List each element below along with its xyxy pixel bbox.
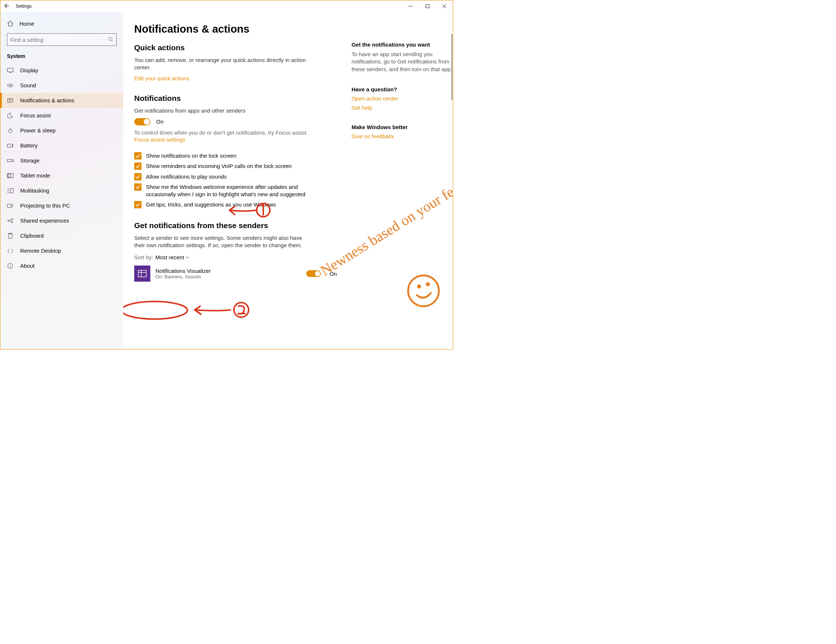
sidebar-item-label: Display bbox=[20, 67, 38, 74]
checkbox-tips[interactable] bbox=[134, 201, 142, 208]
give-feedback-link[interactable]: Give us feedback bbox=[352, 133, 453, 139]
sidebar-item-label: Projecting to this PC bbox=[20, 203, 70, 209]
sender-row[interactable]: Notifications Visualizer On: Banners, So… bbox=[134, 265, 337, 282]
notifications-icon bbox=[7, 98, 13, 103]
checkbox-label: Show reminders and incoming VoIP calls o… bbox=[146, 162, 292, 170]
svg-rect-13 bbox=[7, 144, 13, 147]
svg-rect-23 bbox=[7, 204, 11, 207]
home-nav[interactable]: Home bbox=[0, 16, 123, 31]
focus-assist-link[interactable]: Focus assist settings bbox=[134, 136, 185, 143]
tablet-icon bbox=[7, 173, 13, 178]
shared-icon bbox=[7, 218, 13, 223]
sidebar-item-label: Shared experiences bbox=[20, 217, 69, 224]
home-icon bbox=[7, 20, 13, 27]
home-label: Home bbox=[20, 21, 34, 27]
search-input[interactable] bbox=[7, 33, 117, 46]
get-help-link[interactable]: Get help bbox=[352, 105, 453, 111]
sidebar-item-label: Battery bbox=[20, 142, 38, 149]
checkbox-welcome[interactable] bbox=[134, 183, 142, 191]
checkbox-label: Show notifications on the lock screen bbox=[146, 152, 237, 160]
back-icon[interactable] bbox=[3, 3, 9, 10]
sidebar-item-label: Multitasking bbox=[20, 187, 49, 194]
sort-dropdown[interactable]: Most recent bbox=[155, 254, 189, 260]
projecting-icon bbox=[7, 203, 13, 208]
edit-quick-actions-link[interactable]: Edit your quick actions bbox=[134, 75, 189, 82]
moon-icon bbox=[7, 113, 13, 118]
sidebar: Home System Display Sound Notifications … bbox=[0, 12, 123, 349]
display-icon bbox=[7, 68, 13, 73]
svg-rect-8 bbox=[8, 99, 13, 102]
open-action-center-link[interactable]: Open action center bbox=[352, 95, 453, 101]
sidebar-item-battery[interactable]: Battery bbox=[0, 138, 123, 153]
svg-point-33 bbox=[10, 264, 11, 265]
svg-rect-22 bbox=[10, 188, 13, 193]
checkbox-sounds[interactable] bbox=[134, 173, 142, 180]
checkbox-reminders[interactable] bbox=[134, 162, 142, 170]
sidebar-item-label: Remote Desktop bbox=[20, 248, 61, 254]
power-icon bbox=[7, 127, 13, 134]
svg-rect-1 bbox=[426, 5, 429, 8]
battery-icon bbox=[7, 144, 13, 148]
sidebar-item-label: Sound bbox=[20, 82, 36, 88]
sidebar-item-power[interactable]: Power & sleep bbox=[0, 123, 123, 138]
chevron-down-icon bbox=[186, 257, 189, 258]
svg-rect-34 bbox=[138, 270, 146, 277]
right-want-heading: Get the notifications you want bbox=[352, 41, 453, 48]
checkbox-label: Allow notifications to play sounds bbox=[146, 173, 227, 180]
svg-rect-6 bbox=[7, 68, 13, 72]
svg-line-28 bbox=[9, 221, 11, 222]
sidebar-item-focus-assist[interactable]: Focus assist bbox=[0, 108, 123, 123]
maximize-button[interactable] bbox=[419, 0, 436, 12]
minimize-button[interactable] bbox=[402, 0, 419, 12]
checkbox-lock-screen[interactable] bbox=[134, 152, 142, 160]
sidebar-item-sound[interactable]: Sound bbox=[0, 78, 123, 93]
sidebar-item-storage[interactable]: Storage bbox=[0, 153, 123, 168]
sidebar-item-about[interactable]: About bbox=[0, 258, 123, 273]
quick-actions-desc: You can add, remove, or rearrange your q… bbox=[134, 57, 310, 72]
window-title: Settings bbox=[16, 4, 31, 9]
senders-desc: Select a sender to see more settings. So… bbox=[134, 234, 310, 249]
scrollbar-thumb[interactable] bbox=[451, 34, 452, 100]
sidebar-item-multitasking[interactable]: Multitasking bbox=[0, 183, 123, 198]
clipboard-icon bbox=[7, 233, 13, 239]
info-icon bbox=[7, 263, 13, 269]
sidebar-item-label: About bbox=[20, 263, 34, 269]
svg-point-4 bbox=[109, 37, 112, 40]
svg-point-24 bbox=[8, 220, 9, 222]
sidebar-item-shared[interactable]: Shared experiences bbox=[0, 213, 123, 228]
sidebar-item-tablet[interactable]: Tablet mode bbox=[0, 168, 123, 183]
sidebar-item-label: Storage bbox=[20, 157, 39, 163]
close-button[interactable] bbox=[436, 0, 453, 12]
sidebar-item-projecting[interactable]: Projecting to this PC bbox=[0, 198, 123, 213]
sidebar-item-label: Clipboard bbox=[20, 232, 44, 239]
notifications-toggle[interactable] bbox=[134, 118, 150, 126]
checkbox-label: Show me the Windows welcome experience a… bbox=[146, 183, 315, 198]
checkbox-label: Get tips, tricks, and suggestions as you… bbox=[146, 201, 276, 208]
storage-icon bbox=[7, 159, 13, 163]
svg-line-27 bbox=[9, 220, 11, 221]
svg-point-16 bbox=[12, 160, 13, 161]
sidebar-item-notifications[interactable]: Notifications & actions bbox=[0, 93, 123, 108]
notifications-heading: Notifications bbox=[134, 94, 337, 103]
multitasking-icon bbox=[7, 188, 13, 193]
sidebar-item-remote[interactable]: Remote Desktop bbox=[0, 243, 123, 258]
sender-toggle[interactable] bbox=[306, 270, 321, 277]
sender-name: Notifications Visualizer bbox=[155, 268, 301, 274]
sound-icon bbox=[7, 83, 13, 88]
svg-point-26 bbox=[11, 222, 13, 223]
svg-point-25 bbox=[11, 219, 13, 220]
svg-rect-18 bbox=[8, 174, 11, 177]
sidebar-item-label: Tablet mode bbox=[20, 172, 50, 178]
sidebar-item-label: Power & sleep bbox=[20, 127, 56, 134]
right-question-heading: Have a question? bbox=[352, 86, 453, 92]
svg-rect-29 bbox=[8, 234, 12, 239]
sidebar-item-label: Focus assist bbox=[20, 112, 51, 118]
sender-state: On bbox=[330, 271, 337, 277]
sidebar-item-display[interactable]: Display bbox=[0, 63, 123, 78]
category-label: System bbox=[0, 52, 123, 63]
sender-app-icon bbox=[134, 265, 150, 282]
right-better-heading: Make Windows better bbox=[352, 124, 453, 130]
sidebar-item-clipboard[interactable]: Clipboard bbox=[0, 228, 123, 243]
svg-line-5 bbox=[112, 40, 113, 41]
right-want-text: To have an app start sending you notific… bbox=[352, 51, 453, 73]
